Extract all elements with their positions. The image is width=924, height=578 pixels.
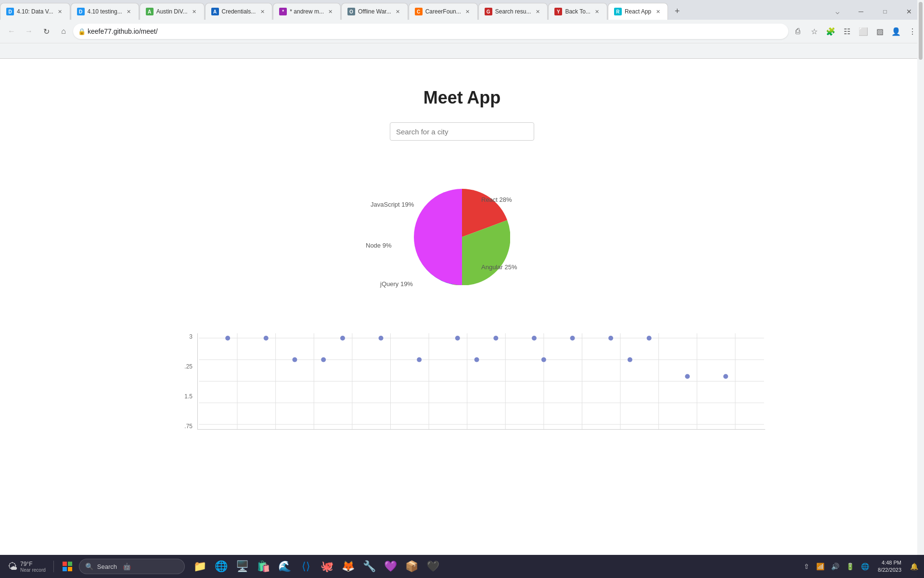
scatter-point	[417, 357, 422, 362]
tab-10-favicon: R	[614, 8, 622, 15]
y-label-75: .75	[184, 423, 192, 430]
tab-9-label: Back To...	[565, 8, 590, 15]
tab-7-label: CareerFoun...	[425, 8, 461, 15]
nav-actions: ⎙ ☆ 🧩 ☷ ⬜ ▨ 👤 ⋮	[790, 24, 920, 39]
tab-1[interactable]: D 4.10: Data V... ✕	[0, 3, 70, 20]
new-tab-button[interactable]: +	[670, 5, 684, 18]
tab-7[interactable]: C CareerFoun... ✕	[409, 3, 478, 20]
page-content: Meet App React 28% JavaScript 19% Node 9…	[0, 59, 924, 463]
address-input[interactable]	[73, 24, 788, 39]
y-label-15: 1.5	[184, 393, 192, 400]
scatter-point	[608, 336, 613, 341]
scatter-point	[541, 357, 546, 362]
scrollbar[interactable]	[917, 0, 924, 463]
scatter-point	[532, 336, 537, 341]
split-button[interactable]: ▨	[872, 24, 887, 39]
pie-label-node: Node 9%	[366, 242, 391, 249]
tab-overflow-button[interactable]: ⌵	[831, 5, 844, 18]
scatter-point	[264, 336, 269, 341]
city-search-input[interactable]	[390, 122, 534, 141]
tab-7-close[interactable]: ✕	[464, 8, 472, 15]
share-button[interactable]: ⎙	[790, 24, 806, 39]
tab-4-favicon: A	[211, 8, 219, 15]
tab-2[interactable]: D 4.10 testing... ✕	[71, 3, 139, 20]
tab-6-label: Offline War...	[358, 8, 391, 15]
address-bar-wrap: 🔒	[73, 24, 788, 39]
forward-button[interactable]: →	[21, 24, 37, 39]
scatter-point	[723, 374, 728, 379]
y-axis-labels: 3 .25 1.5 .75	[178, 333, 192, 430]
tab-6-favicon: O	[347, 8, 355, 15]
lock-icon: 🔒	[78, 28, 86, 35]
tab-9-close[interactable]: ✕	[593, 8, 601, 15]
tab-6[interactable]: O Offline War... ✕	[341, 3, 408, 20]
tab-2-close[interactable]: ✕	[125, 8, 133, 15]
pie-label-jquery: jQuery 19%	[380, 280, 413, 288]
scatter-point	[647, 336, 652, 341]
scrollbar-thumb[interactable]	[919, 2, 923, 60]
profiles-button[interactable]: ☷	[839, 24, 855, 39]
tab-6-close[interactable]: ✕	[394, 8, 402, 15]
pie-label-react: React 28%	[481, 196, 512, 203]
tab-3-close[interactable]: ✕	[191, 8, 198, 15]
minimize-button[interactable]: ─	[850, 4, 872, 18]
tab-search-button[interactable]: ⬜	[856, 24, 871, 39]
home-button[interactable]: ⌂	[56, 24, 71, 39]
scatter-point	[570, 336, 575, 341]
pie-chart-svg	[414, 189, 510, 285]
tab-bar: D 4.10: Data V... ✕ D 4.10 testing... ✕ …	[0, 0, 924, 20]
tab-8-favicon: G	[485, 8, 492, 15]
tab-9[interactable]: Y Back To... ✕	[548, 3, 607, 20]
tab-1-close[interactable]: ✕	[56, 8, 64, 15]
tab-1-label: 4.10: Data V...	[17, 8, 53, 15]
app-title: Meet App	[424, 88, 501, 108]
extensions-button[interactable]: 🧩	[823, 24, 838, 39]
tab-7-favicon: C	[415, 8, 423, 15]
tab-1-favicon: D	[6, 8, 14, 15]
tab-4[interactable]: A Credentials... ✕	[205, 3, 273, 20]
pie-label-javascript: JavaScript 19%	[371, 201, 414, 208]
pie-chart-container: React 28% JavaScript 19% Node 9% jQuery …	[342, 170, 582, 304]
scatter-point	[455, 336, 460, 341]
tab-10-label: React App	[625, 8, 651, 15]
browser-chrome: D 4.10: Data V... ✕ D 4.10 testing... ✕ …	[0, 0, 924, 59]
pie-segment-angular	[414, 189, 462, 285]
y-label-225: .25	[184, 363, 192, 370]
back-button[interactable]: ←	[4, 24, 19, 39]
scatter-point	[321, 357, 326, 362]
nav-bar: ← → ↻ ⌂ 🔒 ⎙ ☆ 🧩 ☷ ⬜ ▨ 👤 ⋮	[0, 20, 924, 43]
tab-3-label: Austin DiV...	[156, 8, 188, 15]
tab-10[interactable]: R React App ✕	[608, 3, 668, 20]
tab-10-close[interactable]: ✕	[654, 8, 662, 15]
tab-3-favicon: A	[146, 8, 154, 15]
tab-5-favicon: *	[279, 8, 287, 15]
tab-8-close[interactable]: ✕	[534, 8, 541, 15]
user-avatar[interactable]: 👤	[888, 24, 904, 39]
tab-3[interactable]: A Austin DiV... ✕	[140, 3, 205, 20]
tab-2-favicon: D	[77, 8, 85, 15]
tab-5-close[interactable]: ✕	[327, 8, 334, 15]
maximize-button[interactable]: □	[874, 4, 896, 18]
scatter-point	[493, 336, 498, 341]
tab-5[interactable]: * * andrew m... ✕	[273, 3, 341, 20]
tab-4-close[interactable]: ✕	[258, 8, 266, 15]
reload-button[interactable]: ↻	[38, 24, 54, 39]
y-label-3: 3	[189, 333, 192, 340]
scatter-point	[225, 336, 230, 341]
scatter-point	[475, 357, 479, 362]
tab-8-label: Search resu...	[495, 8, 531, 15]
scatter-point	[379, 336, 384, 341]
tab-8[interactable]: G Search resu... ✕	[478, 3, 548, 20]
bookmark-button[interactable]: ☆	[807, 24, 822, 39]
tab-2-label: 4.10 testing...	[88, 8, 122, 15]
tab-5-label: * andrew m...	[290, 8, 324, 15]
scatter-point	[685, 374, 690, 379]
scatter-point	[340, 336, 345, 341]
pie-label-angular: Angular 25%	[481, 263, 517, 271]
scatter-point	[628, 357, 632, 362]
scatter-chart-wrapper: 3 .25 1.5 .75	[183, 333, 760, 439]
bookmark-bar	[0, 43, 924, 58]
tab-9-favicon: Y	[554, 8, 562, 15]
tab-4-label: Credentials...	[222, 8, 256, 15]
charts-area: React 28% JavaScript 19% Node 9% jQuery …	[173, 170, 751, 439]
